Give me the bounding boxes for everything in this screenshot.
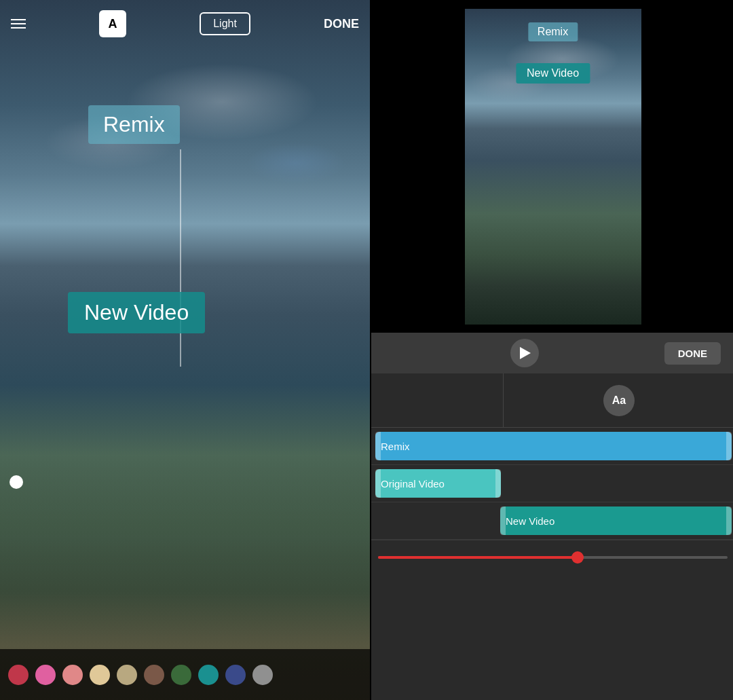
original-track-row: Original Video: [371, 465, 733, 502]
anchor-line: [180, 149, 181, 367]
color-dot-teal[interactable]: [198, 665, 219, 685]
original-track-label: Original Video: [381, 478, 445, 490]
remix-track-handle-right[interactable]: [726, 432, 732, 460]
timeline-area: Aa Remix Original Video New Video: [371, 373, 733, 700]
remix-overlay[interactable]: Remix: [88, 105, 180, 144]
color-dot-tan[interactable]: [117, 665, 137, 685]
color-palette: [0, 649, 370, 700]
color-dot-peach[interactable]: [90, 665, 110, 685]
newvideo-track-label: New Video: [506, 515, 555, 527]
remix-track-label: Remix: [381, 441, 410, 452]
left-done-button[interactable]: DONE: [324, 17, 359, 31]
color-dot-brown[interactable]: [144, 665, 164, 685]
bottom-scrubber: [371, 540, 733, 574]
right-done-button[interactable]: DONE: [664, 342, 721, 365]
text-icon-area: Aa: [504, 385, 733, 416]
original-track[interactable]: Original Video: [375, 469, 501, 498]
add-text-button[interactable]: Aa: [603, 385, 635, 416]
newvideo-track-handle-right[interactable]: [726, 506, 732, 535]
original-track-handle-right[interactable]: [495, 469, 501, 498]
text-track-row: Aa: [371, 373, 733, 428]
right-panel: Remix New Video DONE Aa Remix: [371, 0, 733, 700]
scrubber-track[interactable]: [378, 556, 728, 559]
preview-newvideo-label[interactable]: New Video: [516, 63, 590, 84]
light-button[interactable]: Light: [200, 12, 250, 35]
color-dot-rose[interactable]: [62, 665, 83, 685]
controls-bar: DONE: [371, 333, 733, 373]
color-dot-gray[interactable]: [252, 665, 273, 685]
newvideo-overlay[interactable]: New Video: [68, 292, 205, 333]
preview-remix-label[interactable]: Remix: [528, 22, 578, 41]
preview-frame: Remix New Video: [465, 9, 641, 325]
color-dot-crimson[interactable]: [8, 665, 29, 685]
scrubber-thumb[interactable]: [571, 551, 584, 564]
play-icon: [520, 347, 531, 359]
left-panel: A Light DONE Remix New Video: [0, 0, 370, 700]
video-background: [0, 0, 370, 700]
color-dot-forest[interactable]: [171, 665, 191, 685]
newvideo-track[interactable]: New Video: [500, 506, 732, 535]
newvideo-track-row: New Video: [371, 502, 733, 540]
remix-track-row: Remix: [371, 428, 733, 465]
color-dot-pink[interactable]: [35, 665, 56, 685]
play-button[interactable]: [510, 339, 539, 367]
scrubber-fill: [378, 556, 578, 559]
left-toolbar: A Light DONE: [0, 0, 370, 48]
remix-track[interactable]: Remix: [375, 432, 732, 460]
track-left-space: [371, 373, 504, 427]
left-scrubber-dot[interactable]: [10, 475, 23, 489]
newvideo-track-handle-left[interactable]: [500, 506, 506, 535]
right-preview: Remix New Video: [371, 0, 733, 333]
menu-icon[interactable]: [11, 19, 26, 29]
color-dot-navy[interactable]: [225, 665, 246, 685]
font-button[interactable]: A: [99, 10, 126, 37]
original-track-handle-left[interactable]: [375, 469, 381, 498]
remix-track-handle-left[interactable]: [375, 432, 381, 460]
